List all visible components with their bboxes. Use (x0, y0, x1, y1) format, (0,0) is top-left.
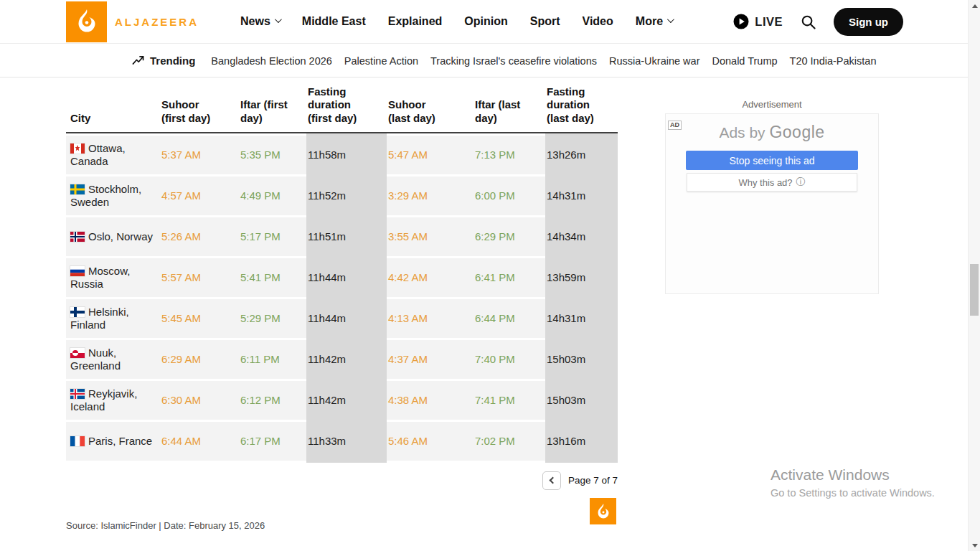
brand-wordmark[interactable]: ALJAZEERA (115, 16, 199, 28)
flag-canada-icon (70, 143, 85, 154)
stop-seeing-ad-button[interactable]: Stop seeing this ad (686, 151, 858, 170)
col-iftar-first: Iftar (first day) (239, 81, 306, 133)
fasting-first-cell: 11h51m (306, 217, 387, 256)
fasting-last-cell: 14h31m (545, 176, 618, 215)
fasting-first-cell: 11h33m (306, 422, 387, 461)
nav-item-middle-east[interactable]: Middle East (302, 15, 366, 28)
table-row-moscow: Moscow, Russia 5:57 AM 5:41 PM 11h44m 4:… (66, 258, 618, 297)
flag-sweden-icon (70, 184, 85, 194)
col-suhoor-last: Suhoor (last day) (387, 81, 473, 133)
fasting-table-wrap: City Suhoor (first day) Iftar (first day… (66, 79, 618, 463)
search-icon[interactable] (800, 14, 816, 30)
suhoor-first-cell: 5:37 AM (160, 136, 239, 174)
scroll-down-arrow-icon[interactable] (969, 540, 980, 550)
google-ad-box: AD Ads by Google Stop seeing this ad Why… (665, 113, 879, 294)
city-label: Oslo, Norway (88, 230, 153, 242)
live-icon (733, 14, 749, 29)
ads-by-google-label: Ads by Google (666, 123, 878, 142)
aljazeera-footer-logo-icon[interactable] (590, 498, 616, 524)
fasting-first-cell: 11h58m (306, 136, 387, 174)
nav-item-more[interactable]: More (636, 15, 672, 28)
suhoor-first-cell: 6:44 AM (160, 422, 239, 461)
why-this-ad-label: Why this ad? (738, 177, 792, 188)
trending-link-ceasefire-violations[interactable]: Tracking Israel's ceasefire violations (430, 55, 597, 67)
nav-label: Explained (388, 15, 443, 28)
table-row-paris: Paris, France 6:44 AM 6:17 PM 11h33m 5:4… (66, 422, 618, 461)
col-iftar-last: Iftar (last day) (473, 81, 545, 133)
suhoor-last-cell: 4:13 AM (387, 299, 473, 338)
live-button[interactable]: LIVE (733, 14, 783, 29)
table-row-stockholm: Stockholm, Sweden 4:57 AM 4:49 PM 11h52m… (66, 176, 618, 215)
nav-label: News (240, 15, 270, 28)
iftar-first-cell: 6:11 PM (239, 340, 306, 379)
previous-page-button[interactable] (542, 471, 561, 490)
source-line: Source: IslamicFinder | Date: February 1… (66, 520, 618, 531)
suhoor-first-cell: 6:30 AM (160, 381, 239, 420)
nav-item-news[interactable]: News (240, 15, 280, 28)
iftar-first-cell: 5:29 PM (239, 299, 306, 338)
col-fasting-first: Fasting duration (first day) (306, 81, 387, 133)
info-icon: ⓘ (796, 176, 806, 189)
iftar-last-cell: 7:02 PM (473, 422, 545, 461)
flag-norway-icon (70, 232, 85, 242)
vertical-scrollbar[interactable] (968, 0, 980, 551)
nav-item-video[interactable]: Video (583, 15, 613, 28)
chevron-down-icon (275, 16, 282, 23)
ads-by-prefix: Ads by (719, 124, 769, 141)
trending-bar: Trending Bangladesh Election 2026 Palest… (0, 44, 968, 77)
iftar-last-cell: 7:13 PM (473, 136, 545, 174)
trending-link-donald-trump[interactable]: Donald Trump (712, 55, 777, 67)
table-row-reykjavik: Reykjavik, Iceland 6:30 AM 6:12 PM 11h42… (66, 381, 618, 420)
trending-link-bangladesh-election[interactable]: Bangladesh Election 2026 (211, 55, 332, 67)
suhoor-last-cell: 3:29 AM (387, 176, 473, 215)
trending-link-palestine-action[interactable]: Palestine Action (344, 55, 418, 67)
nav-item-explained[interactable]: Explained (388, 15, 443, 28)
google-wordmark: Google (769, 123, 824, 141)
nav-label: Middle East (302, 15, 366, 28)
fasting-last-cell: 13h59m (545, 258, 618, 297)
suhoor-last-cell: 5:46 AM (387, 422, 473, 461)
suhoor-first-cell: 5:45 AM (160, 299, 239, 338)
suhoor-first-cell: 5:57 AM (160, 258, 239, 297)
nav-item-opinion[interactable]: Opinion (464, 15, 507, 28)
suhoor-last-cell: 4:42 AM (387, 258, 473, 297)
why-this-ad-button[interactable]: Why this ad? ⓘ (687, 173, 857, 192)
flag-russia-icon (70, 266, 85, 276)
flag-finland-icon (70, 307, 85, 317)
city-label: Paris, France (88, 435, 152, 447)
fasting-last-cell: 13h26m (545, 136, 618, 174)
iftar-first-cell: 5:17 PM (239, 217, 306, 256)
pagination: Page 7 of 7 (66, 471, 618, 490)
nav-label: Sport (530, 15, 560, 28)
ad-sidebar: Advertisement AD Ads by Google Stop seei… (665, 99, 879, 294)
nav-item-sport[interactable]: Sport (530, 15, 560, 28)
site-header: ALJAZEERA News Middle East Explained Opi… (0, 0, 968, 44)
fasting-first-cell: 11h42m (306, 340, 387, 379)
trending-link-t20-india-pakistan[interactable]: T20 India-Pakistan (790, 55, 877, 67)
advertisement-label: Advertisement (665, 99, 879, 110)
fasting-times-table: City Suhoor (first day) Iftar (first day… (66, 79, 618, 463)
col-city: City (66, 81, 160, 133)
watermark-title: Activate Windows (771, 466, 935, 484)
suhoor-first-cell: 4:57 AM (160, 176, 239, 215)
trending-link-russia-ukraine[interactable]: Russia-Ukraine war (609, 55, 700, 67)
live-label: LIVE (755, 15, 783, 29)
iftar-last-cell: 6:44 PM (473, 299, 545, 338)
scrollbar-thumb[interactable] (970, 264, 979, 316)
flag-iceland-icon (70, 389, 85, 399)
main-content: City Suhoor (first day) Iftar (first day… (66, 79, 618, 531)
fasting-last-cell: 15h03m (545, 340, 618, 379)
signup-button[interactable]: Sign up (834, 8, 903, 36)
scroll-up-arrow-icon[interactable] (969, 1, 980, 11)
trending-label: Trending (132, 55, 195, 67)
suhoor-last-cell: 3:55 AM (387, 217, 473, 256)
fasting-last-cell: 13h16m (545, 422, 618, 461)
page-indicator: Page 7 of 7 (568, 475, 618, 486)
fasting-first-cell: 11h44m (306, 299, 387, 338)
suhoor-first-cell: 5:26 AM (160, 217, 239, 256)
flag-greenland-icon (70, 348, 85, 358)
iftar-last-cell: 6:41 PM (473, 258, 545, 297)
col-fasting-last: Fasting duration (last day) (545, 81, 618, 133)
fasting-last-cell: 14h31m (545, 299, 618, 338)
aljazeera-logo-icon[interactable] (66, 1, 107, 42)
